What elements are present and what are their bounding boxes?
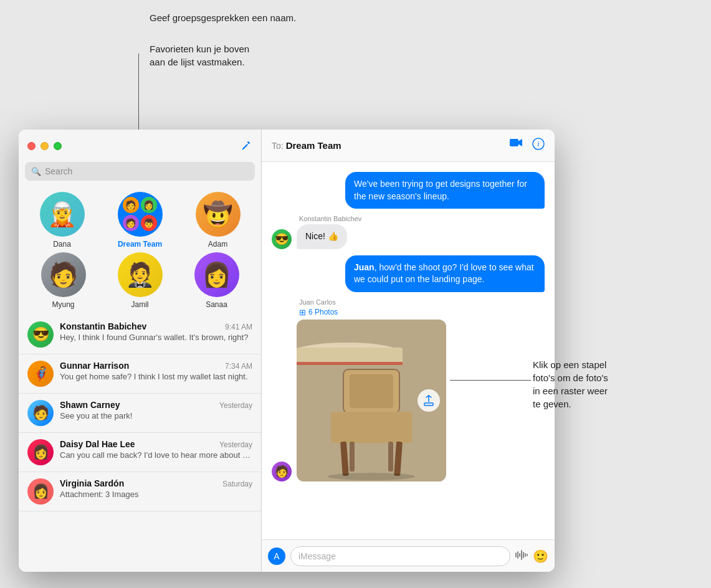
conv-name-konstantin: Konstantin Babichev xyxy=(60,321,146,331)
share-button[interactable] xyxy=(418,389,440,412)
conv-name-gunnar: Gunnar Harrison xyxy=(60,361,129,371)
conv-preview-daisy: Can you call me back? I'd love to hear m… xyxy=(60,450,252,460)
photo-stack[interactable] xyxy=(297,320,446,481)
pinned-contacts-row2: 🧑 Myung 🤵 Jamil 👩 Sanaa xyxy=(19,252,261,315)
sender-name-juan: Juan Carlos xyxy=(299,298,336,306)
message-outgoing-1: We've been trying to get designs togethe… xyxy=(272,172,545,209)
conv-preview-gunnar: You get home safe? I think I lost my wal… xyxy=(60,372,252,381)
conv-name-shawn: Shawn Carney xyxy=(60,400,120,410)
pinned-contacts-row1: 🧝 Dana 🧑 👩 🧑 👦 Dream Team xyxy=(19,186,261,252)
svg-rect-13 xyxy=(297,362,403,365)
conv-avatar-virginia: 👩 xyxy=(27,478,54,505)
input-bar: A iMessage 🙂 xyxy=(262,539,555,572)
conv-avatar-konstantin: 😎 xyxy=(27,321,54,348)
messages-area[interactable]: We've been trying to get designs togethe… xyxy=(262,162,555,539)
conv-info-virginia: Virginia Sardón Saturday Attachment: 3 I… xyxy=(60,478,252,499)
msg-avatar-juan: 🧑 xyxy=(272,462,292,481)
sidebar: 🔍 Search 🧝 Dana 🧑 👩 🧑 👦 xyxy=(19,130,262,572)
conv-info-konstantin: Konstantin Babichev 9:41 AM Hey, I think… xyxy=(60,321,252,342)
conv-item-virginia[interactable]: 👩 Virginia Sardón Saturday Attachment: 3… xyxy=(19,472,261,511)
info-button[interactable]: i xyxy=(532,138,545,153)
msg-bold-name: Juan xyxy=(354,262,375,272)
svg-rect-16 xyxy=(517,551,518,559)
photos-count: 6 Photos xyxy=(308,308,338,316)
chat-header-icons: i xyxy=(510,138,545,153)
message-outgoing-2: Juan, how'd the shoot go? I'd love to se… xyxy=(272,255,545,292)
svg-rect-11 xyxy=(350,442,355,472)
svg-text:i: i xyxy=(537,140,539,148)
conv-time-shawn: Yesterday xyxy=(219,401,252,410)
conv-preview-virginia: Attachment: 3 Images xyxy=(60,490,252,499)
pinned-contact-adam[interactable]: 🤠 Adam xyxy=(187,192,249,249)
msg-bubble-2: Juan, how'd the shoot go? I'd love to se… xyxy=(345,255,545,292)
conv-avatar-gunnar: 🦸 xyxy=(27,361,54,387)
conv-info-shawn: Shawn Carney Yesterday See you at the pa… xyxy=(60,400,252,420)
svg-rect-0 xyxy=(510,139,518,146)
annotation-group-name: Geef groepsgesprekken een naam. xyxy=(150,11,296,24)
chat-recipient: Dream Team xyxy=(286,140,510,151)
conv-time-konstantin: 9:41 AM xyxy=(225,323,252,331)
pinned-label-sanaa: Sanaa xyxy=(206,300,227,309)
maximize-button[interactable] xyxy=(54,142,62,150)
grid-icon: ⊞ xyxy=(299,308,306,317)
close-button[interactable] xyxy=(27,142,36,150)
conv-name-virginia: Virginia Sardón xyxy=(60,478,124,488)
pinned-label-dream-team: Dream Team xyxy=(118,240,162,249)
pinned-contact-myung[interactable]: 🧑 Myung xyxy=(32,252,95,309)
pinned-contact-sanaa[interactable]: 👩 Sanaa xyxy=(186,252,248,309)
search-placeholder: Search xyxy=(45,166,72,176)
svg-rect-21 xyxy=(527,554,528,556)
dream-team-avatar: 🧑 👩 🧑 👦 xyxy=(118,192,163,237)
conv-time-gunnar: 7:34 AM xyxy=(225,362,252,371)
message-input[interactable]: iMessage xyxy=(290,546,510,566)
conv-item-gunnar[interactable]: 🦸 Gunnar Harrison 7:34 AM You get home s… xyxy=(19,354,261,394)
pinned-label-adam: Adam xyxy=(208,240,227,249)
conv-info-daisy: Daisy Dal Hae Lee Yesterday Can you call… xyxy=(60,439,252,460)
conv-avatar-shawn: 🧑 xyxy=(27,400,54,426)
conversation-list[interactable]: 😎 Konstantin Babichev 9:41 AM Hey, I thi… xyxy=(19,315,261,572)
conv-time-daisy: Yesterday xyxy=(219,440,252,449)
to-label: To: xyxy=(272,141,284,151)
message-placeholder: iMessage xyxy=(298,551,336,561)
message-incoming-konstantin: Konstantin Babichev 😎 Nice! 👍 xyxy=(272,215,545,249)
conv-item-daisy[interactable]: 👩 Daisy Dal Hae Lee Yesterday Can you ca… xyxy=(19,433,261,472)
emoji-button[interactable]: 🙂 xyxy=(533,549,548,564)
callout-line-1 xyxy=(138,54,139,130)
svg-rect-18 xyxy=(521,550,522,560)
svg-rect-8 xyxy=(331,412,412,443)
svg-rect-15 xyxy=(515,552,517,557)
photos-label[interactable]: ⊞ 6 Photos xyxy=(299,308,338,317)
svg-rect-12 xyxy=(388,442,393,472)
pinned-label-jamil: Jamil xyxy=(131,300,148,309)
conv-item-shawn[interactable]: 🧑 Shawn Carney Yesterday See you at the … xyxy=(19,394,261,433)
chat-area: To: Dream Team i xyxy=(262,130,555,572)
svg-point-14 xyxy=(328,473,415,480)
msg-bubble-konstantin: Nice! 👍 xyxy=(297,224,347,249)
conv-name-daisy: Daisy Dal Hae Lee xyxy=(60,439,135,449)
search-bar[interactable]: 🔍 Search xyxy=(25,162,255,181)
conv-avatar-daisy: 👩 xyxy=(27,439,54,465)
pinned-contact-jamil[interactable]: 🤵 Jamil xyxy=(109,252,171,309)
pinned-label-dana: Dana xyxy=(53,240,71,249)
pinned-contact-dream-team[interactable]: 🧑 👩 🧑 👦 Dream Team xyxy=(109,192,171,249)
photo-stack-wrap: 🧑 xyxy=(272,320,446,481)
message-photos: Juan Carlos ⊞ 6 Photos 🧑 xyxy=(272,298,545,481)
annotation-favorites: Favorieten kun je boven aan de lijst vas… xyxy=(150,42,249,69)
appstore-button[interactable]: A xyxy=(268,548,285,565)
video-call-button[interactable] xyxy=(510,138,523,153)
audio-button[interactable] xyxy=(515,550,528,562)
minimize-button[interactable] xyxy=(41,142,49,150)
search-icon: 🔍 xyxy=(31,167,41,176)
msg-bubble-1: We've been trying to get designs togethe… xyxy=(345,172,545,209)
msg-avatar-konstantin: 😎 xyxy=(272,229,292,249)
conv-item-konstantin[interactable]: 😎 Konstantin Babichev 9:41 AM Hey, I thi… xyxy=(19,315,261,354)
pinned-contact-dana[interactable]: 🧝 Dana xyxy=(31,192,93,249)
conv-preview-shawn: See you at the park! xyxy=(60,411,252,420)
sender-name-konstantin: Konstantin Babichev xyxy=(299,215,361,222)
chat-header: To: Dream Team i xyxy=(262,130,555,162)
pinned-label-myung: Myung xyxy=(52,300,74,309)
messages-window: 🔍 Search 🧝 Dana 🧑 👩 🧑 👦 xyxy=(19,130,555,572)
compose-button[interactable] xyxy=(240,140,252,152)
svg-rect-17 xyxy=(519,553,520,557)
appstore-icon: A xyxy=(274,551,279,561)
